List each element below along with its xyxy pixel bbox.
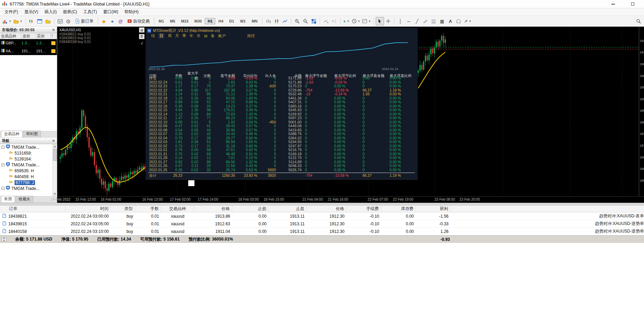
tab-tick-chart[interactable]: 即时图 [23,131,41,137]
stats-tab-周[interactable]: 周 [168,33,172,38]
minimize-button[interactable] [609,1,618,7]
market-watch-col-1[interactable]: 卖价 [21,33,36,39]
panel-splitter[interactable] [0,203,644,206]
trendline-button[interactable]: ╱ [413,17,421,25]
navigator-toggle[interactable] [44,17,52,25]
line-chart-button[interactable] [281,17,289,25]
mql5-button[interactable]: ● [108,17,116,25]
nav-group[interactable]: −TMGM.Trade... [0,144,53,150]
auto-scroll-button[interactable] [322,17,330,25]
scroll-thumb[interactable] [53,149,57,161]
menu-file[interactable]: 文件(F) [1,8,21,16]
arrows-button[interactable]: ↗▼ [463,17,472,25]
crosshair-button[interactable] [384,17,392,25]
data-window-toggle[interactable] [36,17,44,25]
stats-tab-年[interactable]: 年 [190,33,193,38]
nav-item-659535H[interactable]: 659535: H [0,168,53,174]
stats-side-button-1[interactable]: ▤ [139,27,145,33]
new-chart-button[interactable]: ▼ [1,17,12,25]
stats-tab-综[interactable]: 综 [151,33,155,38]
stats-panel[interactable]: M MTDriver统计 ,V3.12 (http://mtdriver.cn)… [146,28,418,180]
nav-item-5131658[interactable]: 5131658: [0,150,53,156]
market-watch-row[interactable]: GBP...1.3...1.3... [0,39,57,47]
tf-d1[interactable]: D1 [226,18,237,24]
order-row[interactable]: 184388212022.02.24 03:00:00buy0.01xauusd… [0,212,644,220]
tab-favorites[interactable]: 收藏夹 [16,196,33,202]
market-watch-row[interactable]: XA...191...191... [0,47,57,55]
horizontal-line-button[interactable]: ─ [404,17,413,25]
shapes-button[interactable]: ▦ [438,17,446,25]
market-watch-col-3[interactable]: ! [51,33,56,39]
menu-help[interactable]: 帮助(H) [121,8,142,16]
stats-tab-path[interactable]: 路径 [247,33,255,38]
order-row[interactable]: 184401582022.02.24 03:10:00buy0.01xauusd… [0,228,644,235]
search-button[interactable] [634,17,643,25]
stats-side-button-3[interactable]: √ [139,41,145,46]
nav-item-677758J[interactable]: 677758: J [0,180,53,185]
tab-common[interactable]: 常用 [1,196,15,202]
tf-h4[interactable]: H4 [216,18,226,24]
stats-tab-账户[interactable]: 账户 [218,33,226,38]
market-watch-col-0[interactable]: 交易品种 [0,33,21,39]
chart-area[interactable]: XAUUSD,H1 #18438821 buy 0.01#18439815 bu… [57,27,644,196]
profiles-button[interactable]: ▼ [12,17,24,25]
nav-group[interactable]: −TMGM.Trade... [0,162,53,168]
menu-view[interactable]: 显示(V) [21,8,41,16]
terminal-toggle[interactable] [56,17,64,25]
navigator-scrollbar[interactable]: ▲ ▼ [52,144,57,196]
scroll-up-icon[interactable]: ▲ [53,144,57,149]
periods-button[interactable]: ▼ [351,17,362,25]
fibonacci-button[interactable] [429,17,438,25]
nav-item-640459H[interactable]: 640459: H [0,174,53,180]
menu-tools[interactable]: 工具(T) [80,8,100,16]
metaeditor-button[interactable]: ◆ [100,17,108,25]
expander-icon[interactable]: − [1,187,5,190]
tf-m30[interactable]: M30 [192,18,204,24]
zoom-in-button[interactable] [293,17,301,25]
vertical-line-button[interactable]: │ [396,17,404,25]
autotrading-button[interactable]: 自动交易 [125,17,152,25]
templates-button[interactable]: ▼ [361,17,372,25]
tf-m15[interactable]: M15 [178,18,191,24]
stats-tab-备[interactable]: 备 [211,33,215,38]
stats-tab-月[interactable]: 月 [175,33,179,38]
market-watch-toggle[interactable] [27,17,36,25]
stats-tab-巾[interactable]: 巾 [197,33,201,38]
expander-icon[interactable]: − [1,146,5,149]
stats-side-button-2[interactable]: 图 [139,34,145,39]
tf-w1[interactable]: W1 [237,18,249,24]
stats-tab-日[interactable]: 日 [158,33,164,38]
stats-tab-季[interactable]: 季 [182,33,186,38]
tf-mn[interactable]: MN [249,18,260,24]
tf-h1[interactable]: H1 [205,18,215,24]
market-watch-col-2[interactable]: 买价 [36,33,51,39]
new-order-button[interactable]: 新订单 [73,17,96,25]
text-button[interactable]: A [446,17,454,25]
menu-charts[interactable]: 图表(C) [60,8,80,16]
menu-window[interactable]: 窗口(W) [100,8,121,16]
maximize-button[interactable] [628,1,637,7]
menu-insert[interactable]: 插入(I) [41,8,60,16]
nav-group[interactable]: −TMGM.Trade... [0,185,53,191]
chart-shift-button[interactable] [330,17,338,25]
price-scale[interactable]: 1916.001911.001906.001901.001896.001891.… [639,27,644,196]
tab-symbols[interactable]: 交易品种 [1,131,23,137]
nav-item-5139164[interactable]: 5139164: [0,156,53,162]
community-button[interactable]: @ [116,17,125,25]
bar-chart-button[interactable] [264,17,272,25]
channel-button[interactable] [421,17,429,25]
cursor-button[interactable] [376,17,384,25]
stats-panel-titlebar[interactable]: M MTDriver统计 ,V3.12 (http://mtdriver.cn) [146,28,418,33]
strategy-tester-toggle[interactable] [64,17,73,25]
order-row[interactable]: 184398152022.02.24 03:05:00buy0.01xauusd… [0,220,644,228]
label-button[interactable] [454,17,463,25]
tf-m1[interactable]: M1 [156,18,167,24]
tile-windows-button[interactable] [310,17,318,25]
tf-m5[interactable]: M5 [167,18,178,24]
indicators-button[interactable]: +▼ [342,17,351,25]
time-axis[interactable]: 14 Feb 202215 Feb 12:0016 Feb 01:0016 Fe… [57,196,644,203]
stats-tab-M[interactable]: M [204,34,207,38]
scroll-down-icon[interactable]: ▼ [53,192,57,196]
candle-chart-button[interactable] [272,17,281,25]
navigator-close-icon[interactable]: ✕ [52,139,55,143]
